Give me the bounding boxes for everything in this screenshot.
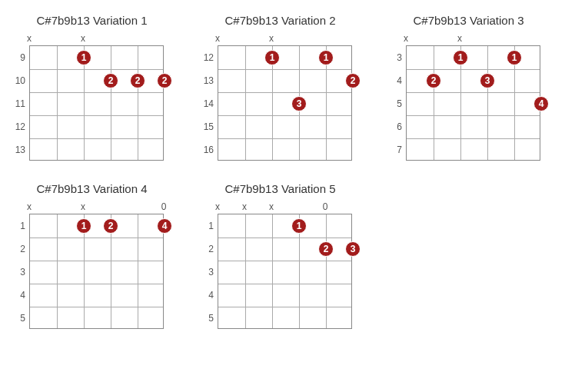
fret-number: 3 bbox=[388, 52, 402, 63]
mute-marker: x bbox=[457, 33, 462, 44]
chord-diagram: C#7b9b13 Variation 3xx3456711234 bbox=[386, 14, 551, 161]
diagram-area: xx3456711234 bbox=[406, 33, 551, 161]
chord-title: C#7b9b13 Variation 4 bbox=[9, 182, 174, 195]
fret-line bbox=[30, 307, 163, 307]
fret-line bbox=[218, 138, 351, 139]
chord-diagram: C#7b9b13 Variation 4xx012345124 bbox=[9, 182, 174, 329]
fret-line bbox=[407, 69, 540, 70]
fret-number: 12 bbox=[12, 121, 25, 132]
string-line bbox=[57, 46, 58, 160]
fret-number: 1 bbox=[200, 221, 214, 231]
fret-number: 6 bbox=[388, 121, 402, 132]
fret-number: 13 bbox=[200, 75, 214, 86]
string-line bbox=[57, 214, 58, 328]
fret-line bbox=[407, 138, 540, 139]
fretboard-grid: 3456711234 bbox=[406, 45, 540, 161]
mute-marker: x bbox=[215, 201, 220, 212]
fret-number: 7 bbox=[388, 145, 402, 155]
string-line bbox=[111, 46, 111, 160]
fret-number: 5 bbox=[200, 313, 214, 324]
diagram-area: xx12131415161123 bbox=[218, 33, 363, 161]
finger-dot: 1 bbox=[318, 50, 334, 65]
string-line bbox=[487, 46, 488, 160]
fret-number: 16 bbox=[200, 145, 214, 155]
fret-line bbox=[30, 69, 163, 70]
chord-title: C#7b9b13 Variation 3 bbox=[386, 14, 551, 27]
fret-line bbox=[30, 284, 163, 284]
finger-dot: 4 bbox=[157, 218, 172, 234]
fret-line bbox=[30, 115, 163, 116]
chord-title: C#7b9b13 Variation 2 bbox=[198, 14, 363, 27]
finger-dot: 1 bbox=[453, 50, 468, 65]
fret-number: 4 bbox=[200, 290, 214, 301]
finger-dot: 3 bbox=[291, 96, 307, 111]
finger-dot: 2 bbox=[345, 73, 361, 88]
mute-marker: x bbox=[81, 201, 85, 212]
string-line bbox=[245, 46, 246, 160]
finger-dot: 1 bbox=[264, 50, 280, 65]
fret-number: 4 bbox=[388, 75, 402, 86]
diagram-area: xx9101112131222 bbox=[29, 33, 174, 161]
fret-line bbox=[407, 115, 540, 116]
fret-number: 13 bbox=[12, 145, 25, 155]
mute-marker: x bbox=[404, 33, 408, 44]
string-line bbox=[245, 214, 246, 328]
fret-number: 2 bbox=[12, 244, 25, 254]
string-markers: xxx0 bbox=[218, 201, 363, 214]
mute-marker: x bbox=[81, 33, 85, 44]
mute-marker: x bbox=[269, 201, 274, 212]
mute-marker: x bbox=[269, 33, 274, 44]
string-line bbox=[138, 46, 138, 160]
fretboard-grid: 12345123 bbox=[218, 214, 352, 329]
fret-number: 12 bbox=[200, 52, 214, 63]
string-line bbox=[272, 214, 273, 328]
fret-line bbox=[218, 115, 351, 116]
fret-line bbox=[407, 92, 540, 93]
fretboard-grid: 12131415161123 bbox=[218, 45, 352, 161]
string-markers: xx0 bbox=[29, 201, 174, 214]
open-marker: 0 bbox=[323, 201, 328, 212]
chord-diagram: C#7b9b13 Variation 5xxx012345123 bbox=[198, 182, 363, 329]
fret-number: 14 bbox=[200, 98, 214, 109]
fret-line bbox=[218, 238, 351, 238]
fret-line bbox=[218, 69, 351, 70]
fret-number: 11 bbox=[12, 98, 25, 109]
string-line bbox=[326, 214, 327, 328]
fret-number: 15 bbox=[200, 121, 214, 132]
finger-dot: 2 bbox=[426, 73, 441, 88]
fret-line bbox=[30, 238, 163, 238]
fret-number: 3 bbox=[200, 267, 214, 277]
fretboard-grid: 12345124 bbox=[29, 214, 164, 329]
finger-dot: 3 bbox=[480, 73, 495, 88]
finger-dot: 1 bbox=[507, 50, 522, 65]
finger-dot: 3 bbox=[345, 241, 361, 257]
finger-dot: 2 bbox=[157, 73, 172, 88]
finger-dot: 2 bbox=[103, 73, 118, 88]
finger-dot: 1 bbox=[291, 218, 307, 234]
diagram-area: xxx012345123 bbox=[218, 201, 363, 329]
fret-number: 9 bbox=[12, 52, 25, 63]
string-line bbox=[138, 214, 138, 328]
string-markers: xx bbox=[29, 33, 174, 45]
finger-dot: 1 bbox=[76, 218, 91, 234]
fret-number: 4 bbox=[12, 290, 25, 301]
fret-number: 1 bbox=[12, 221, 25, 231]
fret-line bbox=[218, 92, 351, 93]
finger-dot: 4 bbox=[533, 96, 549, 111]
fret-line bbox=[30, 261, 163, 261]
mute-marker: x bbox=[27, 201, 32, 212]
finger-dot: 2 bbox=[318, 241, 334, 257]
mute-marker: x bbox=[242, 201, 247, 212]
mute-marker: x bbox=[215, 33, 220, 44]
finger-dot: 2 bbox=[130, 73, 145, 88]
string-line bbox=[434, 46, 434, 160]
fret-number: 5 bbox=[388, 98, 402, 109]
fret-number: 2 bbox=[200, 244, 214, 254]
fret-line bbox=[30, 138, 163, 139]
chord-chart-page: C#7b9b13 Variation 1xx9101112131222C#7b9… bbox=[9, 14, 575, 329]
chord-diagram: C#7b9b13 Variation 1xx9101112131222 bbox=[9, 14, 174, 161]
fret-line bbox=[218, 284, 351, 284]
finger-dot: 1 bbox=[76, 50, 91, 65]
mute-marker: x bbox=[27, 33, 32, 44]
fret-line bbox=[218, 307, 351, 307]
